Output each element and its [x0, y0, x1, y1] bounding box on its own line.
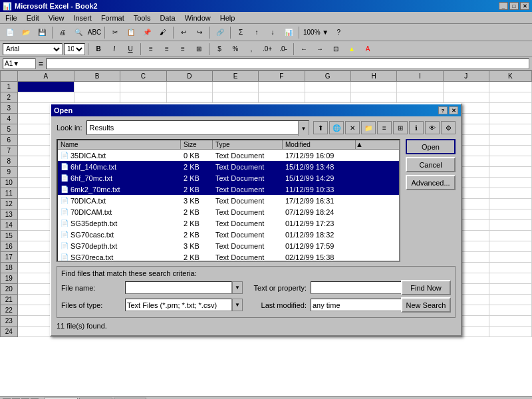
last-modified-input[interactable] — [311, 299, 406, 311]
print-button[interactable]: 🖨 — [55, 25, 70, 40]
new-button[interactable]: 📄 — [3, 25, 17, 40]
cell-D1[interactable] — [166, 82, 212, 92]
spell-check-button[interactable]: ABC — [87, 25, 102, 40]
menu-edit[interactable]: Edit — [23, 13, 43, 23]
formula-input[interactable] — [46, 59, 529, 69]
cell-K22[interactable] — [489, 305, 531, 316]
files-of-type-dropdown[interactable]: ▼ — [232, 299, 243, 311]
look-in-dropdown-button[interactable]: ▼ — [298, 121, 309, 136]
file-row[interactable]: 📄 6mk2_70mc.txt 2 KB Text Document 11/12… — [58, 184, 399, 195]
cell-K16[interactable] — [489, 241, 531, 252]
menu-view[interactable]: View — [45, 13, 68, 23]
col-header-k[interactable]: K — [489, 71, 531, 82]
cell-E2[interactable] — [212, 92, 258, 103]
cell-K9[interactable] — [489, 167, 531, 178]
comma-button[interactable]: , — [244, 42, 259, 57]
copy-button[interactable]: 📋 — [124, 25, 138, 40]
align-left-button[interactable]: ≡ — [144, 42, 158, 57]
col-header-g[interactable]: G — [305, 71, 350, 82]
paste-button[interactable]: 📌 — [140, 25, 154, 40]
file-row[interactable]: 📄 SG35depth.txt 2 KB Text Document 01/12… — [58, 217, 399, 229]
cell-K3[interactable] — [489, 103, 531, 114]
print-preview-button[interactable]: 🔍 — [71, 25, 86, 40]
delete-file-button[interactable]: ✕ — [345, 121, 360, 134]
files-of-type-input[interactable] — [125, 299, 232, 311]
create-folder-button[interactable]: 📁 — [361, 121, 376, 134]
file-row[interactable]: 📄 SG70casc.txt 2 KB Text Document 01/12/… — [58, 229, 399, 240]
cell-K18[interactable] — [489, 263, 531, 273]
col-header-c[interactable]: C — [120, 71, 166, 82]
col-name-header[interactable]: Name — [58, 140, 181, 149]
indent-increase-button[interactable]: → — [313, 42, 327, 57]
cell-K7[interactable] — [489, 146, 531, 156]
undo-button[interactable]: ↩ — [176, 25, 191, 40]
merge-button[interactable]: ⊞ — [192, 42, 206, 57]
cell-K20[interactable] — [489, 284, 531, 295]
text-property-input[interactable] — [311, 281, 406, 294]
autosum-button[interactable]: Σ — [233, 25, 248, 40]
cell-K10[interactable] — [489, 178, 531, 188]
cell-I2[interactable] — [397, 92, 443, 103]
file-row[interactable]: 📄 35DICA.txt 0 KB Text Document 17/12/99… — [58, 150, 399, 161]
up-folder-button[interactable]: ⬆ — [313, 121, 328, 134]
menu-help[interactable]: Help — [216, 13, 239, 23]
save-button[interactable]: 💾 — [35, 25, 49, 40]
find-now-button[interactable]: Find Now — [401, 280, 451, 295]
col-header-a[interactable]: A — [17, 71, 74, 82]
file-row[interactable]: 📄 6hf_70mc.txt 2 KB Text Document 15/12/… — [58, 172, 399, 184]
font-size-select[interactable]: 10 — [64, 43, 85, 55]
view-preview-button[interactable]: 👁 — [425, 121, 440, 134]
align-right-button[interactable]: ≡ — [176, 42, 190, 57]
col-type-header[interactable]: Type — [213, 140, 283, 149]
col-header-b[interactable]: B — [74, 71, 120, 82]
col-size-header[interactable]: Size — [181, 140, 213, 149]
dialog-close-button[interactable]: ✕ — [449, 106, 458, 114]
italic-button[interactable]: I — [107, 42, 122, 57]
view-list-button[interactable]: ≡ — [377, 121, 392, 134]
zoom-combo[interactable]: 100% ▼ — [302, 29, 330, 36]
cell-J2[interactable] — [443, 92, 489, 103]
menu-data[interactable]: Data — [156, 13, 179, 23]
cell-I1[interactable] — [397, 82, 443, 92]
dialog-help-button[interactable]: ? — [438, 106, 448, 114]
col-header-d[interactable]: D — [166, 71, 212, 82]
file-name-input[interactable] — [125, 281, 232, 294]
cell-J1[interactable] — [443, 82, 489, 92]
indent-decrease-button[interactable]: ← — [297, 42, 311, 57]
format-painter-button[interactable]: 🖌 — [156, 25, 170, 40]
cell-E1[interactable] — [212, 82, 258, 92]
new-search-button[interactable]: New Search — [401, 297, 451, 313]
cell-K21[interactable] — [489, 295, 531, 305]
font-color-button[interactable]: A — [360, 42, 375, 57]
cancel-button[interactable]: Cancel — [406, 157, 456, 172]
decrease-decimal-button[interactable]: .0- — [276, 42, 291, 57]
cell-K11[interactable] — [489, 188, 531, 199]
cell-K24[interactable] — [489, 327, 531, 337]
cell-H1[interactable] — [350, 82, 396, 92]
cell-K12[interactable] — [489, 199, 531, 209]
cell-K1[interactable] — [489, 82, 531, 92]
cell-G1[interactable] — [305, 82, 350, 92]
cell-F1[interactable] — [259, 82, 305, 92]
look-in-combo[interactable]: Results ▼ — [86, 120, 309, 135]
cell-K6[interactable] — [489, 135, 531, 146]
cell-K2[interactable] — [489, 92, 531, 103]
minimize-button[interactable]: _ — [499, 2, 508, 10]
cell-C2[interactable] — [120, 92, 166, 103]
currency-button[interactable]: $ — [212, 42, 227, 57]
file-row[interactable]: 📄 70DICAM.txt 2 KB Text Document 07/12/9… — [58, 206, 399, 217]
scroll-top-button[interactable]: ▲ — [356, 140, 366, 149]
view-properties-button[interactable]: ℹ — [409, 121, 424, 134]
fill-color-button[interactable]: ▲ — [344, 42, 359, 57]
cell-K8[interactable] — [489, 156, 531, 167]
col-header-j[interactable]: J — [443, 71, 489, 82]
col-modified-header[interactable]: Modified — [283, 140, 356, 149]
sort-desc-button[interactable]: ↓ — [265, 25, 280, 40]
search-web-button[interactable]: 🌐 — [329, 121, 344, 134]
cell-K15[interactable] — [489, 231, 531, 241]
cut-button[interactable]: ✂ — [108, 25, 122, 40]
col-header-f[interactable]: F — [259, 71, 305, 82]
hyperlink-button[interactable]: 🔗 — [213, 25, 227, 40]
file-row[interactable]: 📄 70DICA.txt 3 KB Text Document 17/12/99… — [58, 195, 399, 206]
file-row[interactable]: 📄 SG70depth.txt 3 KB Text Document 01/12… — [58, 240, 399, 251]
